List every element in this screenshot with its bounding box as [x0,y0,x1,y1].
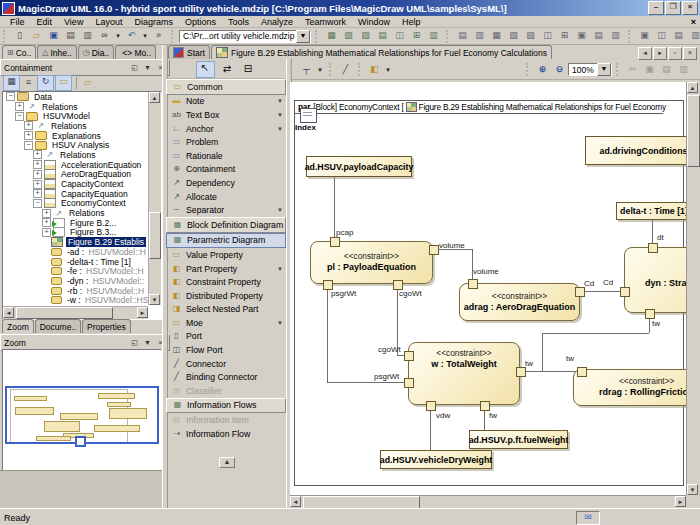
tree-item[interactable]: -dyn : HSUVModel:: [3,276,161,286]
toolbar-icon[interactable]: ◫ [654,29,669,43]
tree-item[interactable]: −HSUVModel [3,111,161,121]
dropdown-icon[interactable]: ▾ [114,29,122,43]
fill-paint-icon[interactable]: ◧ [367,63,382,77]
palette-item-moe[interactable]: ▭Moe▼ [166,316,286,330]
tree-item[interactable]: +AccelerationEquation [3,160,161,170]
tree-item[interactable]: -fe : HSUVModel::H [3,266,161,276]
diagram-canvas[interactable]: par [Block] EconomyContext [ Figure B.29… [290,82,686,495]
palette-item-anchor[interactable]: ∟Anchor▼ [166,122,286,136]
palette-item-block-definition-diagram[interactable]: ▦Block Definition Diagram [166,217,286,233]
expand-arrow-icon[interactable]: ▼ [277,320,283,326]
tree-toggle-icon[interactable]: + [33,170,42,179]
connector-segment[interactable] [327,382,404,383]
combo-dropdown-icon[interactable]: ▼ [597,63,611,76]
palette-item-dependency[interactable]: ↗Dependency [166,176,286,190]
connector-segment[interactable] [484,409,485,430]
palette-item-flow-port[interactable]: ◫Flow Port [166,343,286,357]
tree-item[interactable]: −EconomyContext [3,199,161,209]
connector-segment[interactable] [334,175,335,237]
open-project-combo[interactable]: C:\Pr...ort utility vehicle.mdzip▼ [179,30,311,43]
palette-item-text-box[interactable]: abText Box▼ [166,108,286,122]
zoom-in-icon[interactable]: ⊕ [535,63,550,77]
menu-teamwork[interactable]: Teamwork [299,17,352,27]
sidebar-tab-co[interactable]: ⊞Co.. [2,45,36,59]
palette-item-distributed-property[interactable]: ◧Distributed Property [166,289,286,303]
node-payload-capacity[interactable]: ad.HSUV.payloadCapacity [306,156,412,177]
find-icon[interactable]: ∞ [97,29,112,43]
connector-segment[interactable] [583,291,620,292]
port-tw-rdrag[interactable] [577,367,587,377]
print-icon[interactable]: ▤ [63,29,78,43]
select-cursor-icon[interactable]: ↖ [196,61,215,78]
tree-view-icon[interactable]: ▦ [3,75,20,91]
tree-item[interactable]: +Explanations [3,131,161,141]
expand-arrow-icon[interactable]: ▼ [277,266,283,272]
refresh-icon[interactable]: ↻ [37,75,54,91]
node-fuel-weight[interactable]: ad.HSUV.p.ft.fuelWeight [469,430,568,449]
tree-item[interactable]: +↗Relations [3,102,161,112]
open-project-icon[interactable]: ▱ [29,29,44,43]
tree-item[interactable]: -ad : HSUVModel::H [3,247,161,257]
toolbar-icon[interactable]: ▨ [358,29,373,43]
swap-tool-icon[interactable]: ⇄ [219,62,236,77]
constraint-w[interactable]: <<constraint>>w : TotalWeight [408,342,520,405]
menu-close-icon[interactable]: × [691,17,696,27]
cut-icon[interactable]: ✂ [625,63,640,77]
delete-icon[interactable]: ▥ [676,63,691,77]
menu-diagrams[interactable]: Diagrams [128,17,179,27]
connector-segment[interactable] [542,333,649,334]
tree-toggle-icon[interactable]: − [33,199,42,208]
palette-item-information-flows[interactable]: ▦Information Flows [166,398,286,414]
tree-item[interactable]: +Figure B.2... [3,218,161,228]
tree-toggle-icon[interactable]: + [42,218,51,227]
palette-item-allocate[interactable]: ↗Allocate [166,190,286,204]
tree-item[interactable]: -delta-t : Time [1] [3,257,161,267]
palette-item-note[interactable]: ▬Note▼ [166,95,286,109]
tree-toggle-icon[interactable]: + [33,160,42,169]
tree-item[interactable]: +AeroDragEquation [3,170,161,180]
tree-toggle-icon[interactable]: + [33,180,42,189]
new-file-icon[interactable]: ▯ [12,29,27,43]
port-cd-adrag[interactable] [575,287,585,297]
port-vdw-w[interactable] [426,401,436,411]
toolbar-icon[interactable]: ▤ [375,29,390,43]
port-cgowt-w[interactable] [404,351,414,361]
panel-tab-zoom[interactable]: Zoom [2,319,34,333]
panel-tab-docume[interactable]: Docume.. [35,319,81,333]
sidebar-tab-dia[interactable]: ◷Dia.. [78,45,114,59]
menu-tools[interactable]: Tools [222,17,255,27]
toolbar-icon[interactable]: ▥ [426,29,441,43]
expand-arrow-icon[interactable]: ▼ [277,98,283,104]
tree-item[interactable]: +CapacityContext [3,179,161,189]
connector-segment[interactable] [397,355,404,356]
node-vehicle-dry-weight[interactable]: ad.HSUV.vehicleDryWeight [380,450,492,469]
constraint-dyn[interactable]: <<dyn : Straightl [624,247,686,313]
menu-view[interactable]: View [58,17,89,27]
tree-toggle-icon[interactable]: + [15,102,24,111]
toolbar-icon[interactable]: ⊞ [557,29,572,43]
palette-item-separator[interactable]: ┄Separator▼ [166,203,286,217]
palette-item-common[interactable]: ▭Common [166,79,286,95]
node-delta-t[interactable]: delta-t : Time [1] [616,202,686,220]
tree-toggle-icon[interactable]: + [24,131,33,140]
toolbar-icon[interactable]: ▣ [574,29,589,43]
toolbar-icon[interactable]: ▨ [523,29,538,43]
document-tab-figure-b29[interactable]: Figure B.29 Establishing Mathematical Re… [211,45,552,59]
connector-segment[interactable] [524,371,577,372]
close-button[interactable]: × [682,1,698,15]
palette-item-information-flow[interactable]: ⇢Information Flow [166,427,286,441]
port-volume-pl[interactable] [429,245,439,255]
maximize-tab-icon[interactable]: ▫ [668,47,682,60]
palette-item-parametric-diagram[interactable]: ▦Parametric Diagram [166,233,286,249]
pin-panel-icon[interactable]: ▼ [142,338,153,348]
pin-panel-icon[interactable]: ▼ [142,63,153,73]
port-pcap[interactable] [330,237,340,247]
connector-segment[interactable] [652,218,653,243]
port-cd-dyn[interactable] [620,287,630,297]
sidebar-tab-mo[interactable]: <> Mo.. [115,45,156,59]
palette-item-problem[interactable]: ▭Problem [166,135,286,149]
tree-toggle-icon[interactable]: − [24,141,33,150]
palette-item-part-property[interactable]: ◧Part Property▼ [166,262,286,276]
expand-arrow-icon[interactable]: ▼ [277,112,283,118]
dropdown-icon[interactable]: ▾ [141,29,149,43]
